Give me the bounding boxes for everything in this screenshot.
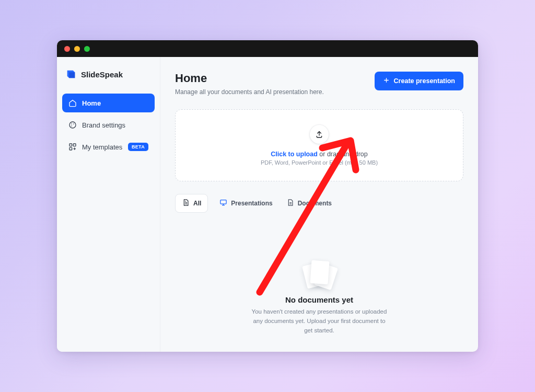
window-zoom-dot[interactable]	[84, 46, 90, 52]
svg-point-1	[71, 123, 72, 124]
sidebar-item-home[interactable]: Home	[62, 94, 155, 112]
filter-all[interactable]: All	[175, 194, 208, 213]
create-presentation-button[interactable]: Create presentation	[375, 72, 463, 90]
svg-rect-7	[220, 200, 226, 204]
sidebar: SlideSpeak Home Brand settings	[57, 57, 160, 352]
empty-text: You haven't created any presentations or…	[251, 307, 387, 335]
page-title: Home	[175, 72, 324, 85]
sidebar-item-label: My templates	[82, 143, 122, 151]
svg-rect-5	[73, 144, 76, 146]
empty-title: No documents yet	[285, 295, 353, 304]
filter-tabs: All Presentations Documents	[175, 194, 463, 213]
plus-icon	[383, 77, 390, 85]
window-minimize-dot[interactable]	[74, 46, 80, 52]
logo-icon	[65, 68, 77, 80]
upload-icon	[310, 125, 329, 144]
filter-label: All	[193, 200, 201, 207]
filter-label: Documents	[298, 200, 332, 207]
upload-rest-text: or drag and drop	[318, 151, 368, 158]
page-subtitle: Manage all your documents and AI present…	[175, 88, 324, 96]
documents-icon	[286, 199, 294, 208]
home-icon	[68, 99, 77, 107]
upload-dropzone[interactable]: Click to upload or drag and drop PDF, Wo…	[175, 109, 463, 181]
sidebar-item-label: Home	[82, 99, 101, 107]
app-window: SlideSpeak Home Brand settings	[57, 40, 478, 352]
sidebar-item-brand-settings[interactable]: Brand settings	[62, 116, 155, 134]
sidebar-item-label: Brand settings	[82, 121, 125, 129]
filter-label: Presentations	[231, 200, 272, 207]
filter-presentations[interactable]: Presentations	[217, 194, 274, 212]
svg-rect-6	[69, 147, 72, 150]
window-titlebar	[57, 40, 478, 57]
sidebar-item-my-templates[interactable]: My templates BETA	[62, 137, 155, 156]
upload-subtext: PDF, Word, PowerPoint or Excel (max 50 M…	[261, 159, 378, 166]
main-content: Home Manage all your documents and AI pr…	[160, 57, 478, 352]
svg-point-2	[73, 123, 74, 124]
filter-documents[interactable]: Documents	[284, 194, 334, 212]
upload-primary-text: Click to upload or drag and drop	[271, 151, 368, 158]
templates-icon	[68, 143, 77, 151]
palette-icon	[68, 121, 77, 129]
svg-point-3	[71, 125, 72, 126]
svg-rect-4	[69, 144, 72, 146]
document-icon	[182, 199, 190, 208]
beta-badge: BETA	[128, 143, 148, 151]
app-body: SlideSpeak Home Brand settings	[57, 57, 478, 352]
page-header: Home Manage all your documents and AI pr…	[175, 72, 463, 96]
sidebar-nav: Home Brand settings My templates BETA	[62, 94, 155, 156]
create-button-label: Create presentation	[394, 77, 455, 85]
empty-illustration-icon	[303, 260, 336, 288]
svg-point-0	[69, 122, 76, 128]
brand-logo[interactable]: SlideSpeak	[62, 68, 155, 94]
brand-name: SlideSpeak	[81, 70, 123, 79]
presentation-icon	[219, 199, 227, 208]
click-to-upload-link[interactable]: Click to upload	[271, 151, 318, 158]
window-close-dot[interactable]	[64, 46, 70, 52]
empty-state: No documents yet You haven't created any…	[175, 260, 463, 335]
page-heading-block: Home Manage all your documents and AI pr…	[175, 72, 324, 96]
